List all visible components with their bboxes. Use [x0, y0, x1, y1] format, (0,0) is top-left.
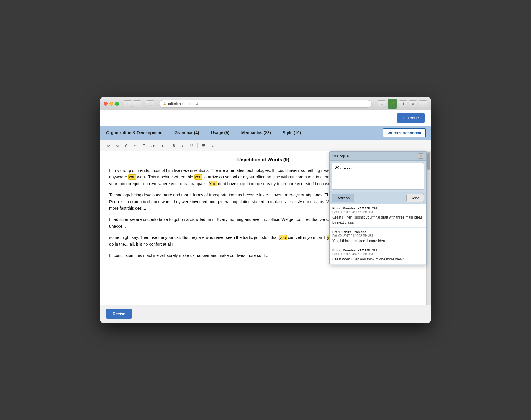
format-font[interactable]: A: [123, 142, 130, 149]
tabs-button[interactable]: ⬜: [146, 100, 154, 107]
url-text: criterion.ets.org: [168, 102, 193, 106]
format-separator-2: [197, 143, 198, 148]
dialogue-button[interactable]: Dialogue: [397, 113, 425, 123]
message-body-2: Yes, I think I can add 1 more idea.: [332, 239, 423, 244]
lock-icon: 🔒: [163, 102, 166, 105]
hamburger-icon: ≡: [381, 101, 383, 106]
forward-button[interactable]: ›: [133, 100, 141, 107]
highlight-you-6: you: [279, 235, 287, 240]
tab-style[interactable]: Style (19): [277, 128, 307, 137]
format-italic[interactable]: I: [179, 142, 186, 149]
message-date-2: Feb 09, 2017 04:49:08 PM JST: [332, 234, 423, 237]
message-date-1: Feb 09, 2017 04:50:19 PM JST: [332, 211, 423, 214]
message-date-3: Feb 09, 2017 04:48:32 PM JST: [332, 252, 423, 256]
main-area: Repetition of Words (9) In my group of f…: [100, 151, 431, 305]
messages-area: From: Manabu , YAMAGUCHI Feb 09, 2017 04…: [330, 204, 426, 265]
bottom-bar: Revise: [100, 305, 431, 323]
revise-button[interactable]: Revise: [106, 309, 132, 319]
minimize-button[interactable]: [109, 102, 113, 106]
format-underline[interactable]: U: [188, 142, 195, 149]
toolbar-right: ≡ 🌿 ⬆ ⧉ +: [378, 99, 427, 109]
message-item-2: From: Ichiro , Yamada Feb 09, 2017 04:49…: [330, 228, 426, 246]
format-undo[interactable]: ⟳: [105, 142, 112, 149]
tab-grammar[interactable]: Grammar (4): [168, 128, 205, 137]
top-bar: Dialogue: [100, 110, 431, 126]
highlight-you-2: you: [128, 174, 136, 180]
format-decrease-indent[interactable]: ⇤: [132, 142, 139, 149]
format-list-ordered[interactable]: ≡: [209, 142, 216, 149]
mac-window: ‹ › ⬜ 🔒 criterion.ets.org ↺ ≡ 🌿 ⬆ ⧉ + Di…: [100, 97, 431, 323]
tab-mechanics[interactable]: Mechanics (22): [235, 128, 277, 137]
dialogue-input[interactable]: OK. I...: [332, 163, 424, 190]
scrollbar-track[interactable]: [427, 151, 431, 305]
format-toolbar: ⟳ ⟲ A ⇤ T ↓▼ ↑▲ B I U ☰ ≡: [100, 140, 431, 151]
refresh-button[interactable]: Refresh: [332, 194, 354, 202]
url-bar[interactable]: 🔒 criterion.ets.org ↺: [159, 100, 372, 108]
message-item-3: From: Manabu , YAMAGUCHI Feb 09, 2017 04…: [330, 246, 426, 265]
reload-button[interactable]: ↺: [196, 102, 199, 106]
highlight-you-4: You: [209, 181, 217, 186]
nav-tabs-bar: Organization & Development Grammar (4) U…: [100, 126, 431, 140]
dialogue-close-button[interactable]: ×: [418, 153, 423, 159]
message-body-3: Great work!! Can you think of one more i…: [332, 257, 423, 262]
format-redo[interactable]: ⟲: [114, 142, 121, 149]
format-separator-1: [168, 143, 168, 148]
tab-usage[interactable]: Usage (9): [205, 128, 235, 137]
close-button[interactable]: [104, 102, 108, 106]
format-bold[interactable]: B: [170, 142, 177, 149]
profile-icon[interactable]: 🌿: [388, 99, 397, 109]
maximize-button[interactable]: [115, 102, 119, 106]
format-list-unordered[interactable]: ☰: [200, 142, 207, 149]
writers-handbook-button[interactable]: Writer's Handbook: [383, 128, 426, 137]
title-bar: ‹ › ⬜ 🔒 criterion.ets.org ↺ ≡ 🌿 ⬆ ⧉ +: [100, 97, 431, 110]
dialogue-textarea-wrap: OK. I...: [330, 163, 426, 192]
scrollbar-thumb[interactable]: [427, 152, 430, 170]
message-from-2: From: Ichiro , Yamada: [332, 230, 423, 234]
dialogue-header: Dialogue ×: [330, 152, 426, 161]
dialogue-popup-title: Dialogue: [332, 154, 349, 158]
content-area: Dialogue Organization & Development Gram…: [100, 110, 431, 323]
format-arrow-up[interactable]: ↑▲: [158, 142, 165, 149]
share-button[interactable]: ⬆: [399, 100, 407, 107]
send-button[interactable]: Send: [406, 194, 424, 202]
dialogue-popup: Dialogue × OK. I... Refresh Send From: M…: [329, 151, 427, 265]
nav-buttons: ‹ ›: [124, 100, 141, 107]
tab-org-dev[interactable]: Organization & Development: [105, 128, 168, 137]
message-from-1: From: Manabu , YAMAGUCHI: [332, 206, 423, 210]
message-from-3: From: Manabu , YAMAGUCHI: [332, 248, 423, 252]
back-button[interactable]: ‹: [124, 100, 132, 107]
dialogue-actions: Refresh Send: [330, 192, 426, 204]
message-body-1: Great!! Then, submit your final draft wi…: [332, 215, 423, 225]
highlight-you-3: you: [194, 174, 202, 180]
message-item-1: From: Manabu , YAMAGUCHI Feb 09, 2017 04…: [330, 204, 426, 228]
new-window-button[interactable]: ⧉: [409, 100, 417, 107]
new-tab-button[interactable]: +: [419, 100, 427, 107]
format-text-style[interactable]: T: [140, 142, 148, 149]
hamburger-menu[interactable]: ≡: [378, 100, 386, 107]
traffic-lights: [104, 102, 119, 106]
format-arrow-down[interactable]: ↓▼: [149, 142, 156, 149]
